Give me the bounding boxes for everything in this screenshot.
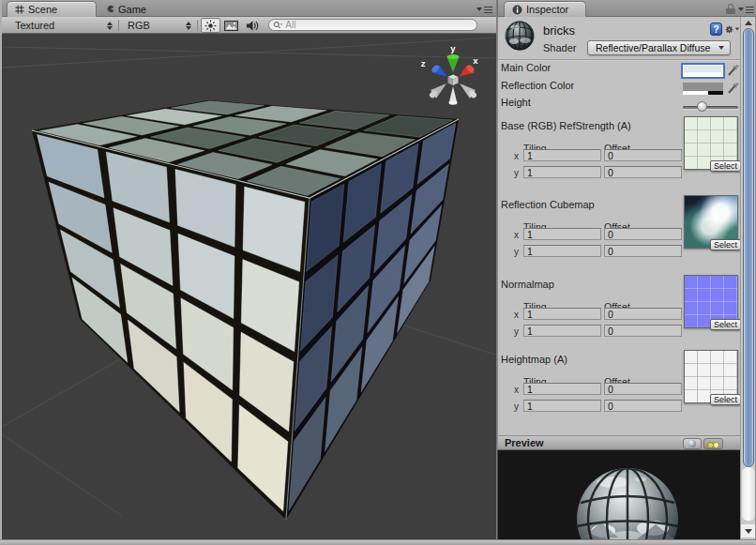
axis-y-label: y — [514, 247, 519, 257]
offset-y-field[interactable] — [604, 166, 682, 178]
search-icon[interactable] — [273, 21, 283, 30]
inspector-scrollbar[interactable] — [740, 17, 755, 539]
shader-dropdown[interactable]: Reflective/Parallax Diffuse — [587, 40, 731, 55]
reflection-color-swatch[interactable] — [683, 83, 723, 95]
axis-x-label: x — [514, 151, 519, 161]
inspector-panel-menu[interactable] — [738, 6, 754, 13]
offset-x-field[interactable] — [604, 308, 682, 320]
section-title: Heightmap (A) — [501, 354, 567, 365]
texture-section-normalmap: Normalmap Tiling Offset x y Select — [498, 279, 741, 357]
axis-x-label: x — [514, 230, 519, 240]
inspector-panel: Inspector bricks Shader Reflective/Paral… — [497, 0, 756, 539]
unity-editor-window: Scene Game Textured RGB — [0, 0, 756, 545]
sun-icon — [204, 20, 217, 32]
shader-value: Reflective/Parallax Diffuse — [596, 42, 710, 53]
section-title: Base (RGB) RefStrength (A) — [501, 120, 631, 131]
channel-mode-dropdown[interactable]: RGB — [122, 18, 195, 33]
info-icon — [512, 5, 522, 15]
tiling-x-field[interactable] — [523, 149, 601, 161]
lighting-toggle[interactable] — [201, 18, 220, 33]
dropdown-arrow-icon — [476, 8, 482, 11]
light-dot-icon — [713, 442, 719, 448]
tiling-y-field[interactable] — [523, 325, 601, 337]
tiling-y-field[interactable] — [523, 400, 601, 412]
menu-bars-icon — [746, 7, 754, 13]
image-icon — [224, 21, 238, 31]
scene-panel: Scene Game Textured RGB — [2, 0, 496, 539]
scroll-track[interactable] — [742, 467, 755, 521]
tab-game-label: Game — [118, 4, 146, 15]
window-bottom-edge — [0, 539, 756, 545]
main-color-swatch[interactable] — [683, 65, 723, 77]
offset-y-field[interactable] — [604, 325, 682, 337]
tab-inspector-label: Inspector — [526, 4, 568, 15]
offset-x-field[interactable] — [604, 228, 682, 240]
game-icon — [107, 4, 114, 14]
tab-scene-label: Scene — [28, 4, 57, 15]
help-button[interactable]: ? — [710, 23, 722, 36]
scene-panel-menu[interactable] — [476, 6, 492, 13]
render-mode-dropdown[interactable]: Textured — [9, 18, 116, 33]
texture-section-cubemap: Reflection Cubemap Tiling Offset x y Sel… — [498, 199, 741, 278]
scene-3d-render: yxz — [2, 34, 496, 539]
axis-x-label: x — [514, 310, 519, 320]
tiling-y-field[interactable] — [523, 166, 601, 178]
offset-y-field[interactable] — [604, 245, 682, 257]
offset-x-field[interactable] — [604, 383, 682, 395]
eyedropper-icon[interactable] — [727, 64, 739, 77]
dropdown-arrow-icon — [738, 8, 744, 11]
height-slider[interactable] — [683, 101, 738, 113]
render-mode-value: Textured — [15, 20, 54, 31]
select-button[interactable]: Select — [710, 319, 741, 330]
search-input[interactable] — [285, 20, 473, 30]
reflection-color-label: Reflection Color — [501, 80, 574, 91]
scene-search — [268, 19, 477, 31]
section-title: Normalmap — [501, 279, 554, 290]
texture-section-heightmap: Heightmap (A) Tiling Offset x y Select — [498, 354, 741, 432]
eyedropper-icon[interactable] — [727, 82, 739, 95]
preview-title: Preview — [505, 437, 544, 448]
svg-text:x: x — [473, 55, 478, 66]
main-color-label: Main Color — [501, 62, 551, 73]
tiling-x-field[interactable] — [523, 308, 601, 320]
material-preview-ball — [504, 20, 536, 52]
menu-bars-icon — [484, 7, 492, 13]
sphere-icon — [688, 440, 696, 447]
preview-header[interactable]: Preview — [497, 435, 740, 450]
svg-text:z: z — [421, 58, 426, 68]
axis-x-label: x — [514, 385, 519, 395]
tiling-y-field[interactable] — [523, 245, 601, 257]
tiling-x-field[interactable] — [523, 383, 601, 395]
scroll-down-arrow[interactable] — [741, 524, 756, 537]
select-button[interactable]: Select — [710, 394, 741, 405]
offset-y-field[interactable] — [604, 400, 682, 412]
tab-scene[interactable]: Scene — [7, 1, 97, 17]
select-button[interactable]: Select — [710, 239, 741, 250]
height-label: Height — [501, 97, 531, 108]
section-title: Reflection Cubemap — [501, 199, 595, 210]
slider-knob[interactable] — [697, 101, 707, 112]
offset-x-field[interactable] — [604, 149, 682, 161]
gear-menu-button[interactable] — [725, 23, 740, 36]
popup-arrows-icon — [107, 22, 113, 30]
tab-game[interactable]: Game — [99, 1, 154, 17]
preview-sphere-button[interactable] — [683, 438, 702, 449]
axis-y-label: y — [514, 168, 519, 178]
skybox-toggle[interactable] — [221, 18, 241, 33]
tab-inspector[interactable]: Inspector — [504, 1, 586, 17]
preview-lighting-button[interactable] — [703, 438, 723, 449]
scroll-thumb[interactable] — [743, 28, 754, 467]
select-button[interactable]: Select — [710, 160, 741, 172]
grid-icon — [15, 5, 24, 14]
slider-rail — [683, 106, 738, 109]
lock-icon[interactable] — [726, 3, 735, 14]
preview-viewport[interactable] — [497, 450, 740, 539]
svg-text:y: y — [450, 43, 456, 53]
scene-tabstrip: Scene Game — [2, 0, 496, 17]
tiling-x-field[interactable] — [523, 228, 601, 240]
audio-toggle[interactable] — [242, 18, 262, 33]
dropdown-arrow-icon — [718, 46, 724, 50]
scroll-up-arrow[interactable] — [741, 17, 756, 28]
scene-viewport[interactable]: yxz — [2, 34, 496, 539]
speaker-icon — [246, 20, 259, 32]
